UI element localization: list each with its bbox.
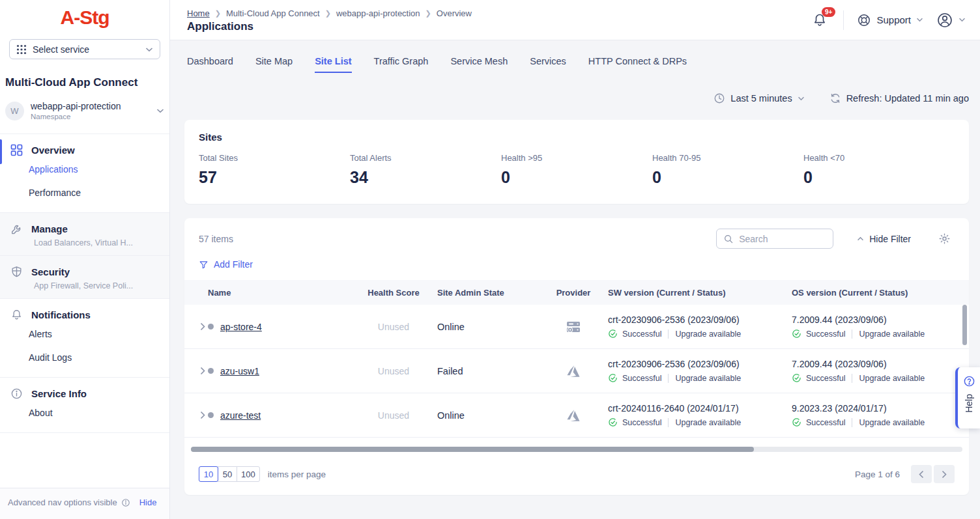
tab-services[interactable]: Services xyxy=(530,56,566,73)
brand-logo-text: A-Stg xyxy=(54,5,116,30)
add-filter-button[interactable]: Add Filter xyxy=(199,259,969,270)
page-size-100-button[interactable]: 100 xyxy=(237,466,260,482)
sidebar-item-applications[interactable]: Applications xyxy=(0,158,169,181)
sidebar-item-notifications[interactable]: Notifications xyxy=(0,307,169,322)
table-row: azu-usw1 Unused Failed crt-20230906-2536… xyxy=(184,349,969,393)
site-name-link[interactable]: azu-usw1 xyxy=(220,366,259,376)
tab-site-map[interactable]: Site Map xyxy=(255,56,293,73)
chevron-right-icon xyxy=(942,470,947,479)
vertical-scrollbar-thumb[interactable] xyxy=(962,305,967,345)
page-title: Applications xyxy=(187,20,472,33)
nav-section-overview: Overview Applications Performance xyxy=(0,134,169,213)
page-size-10-button[interactable]: 10 xyxy=(199,466,218,482)
items-count: 57 items xyxy=(199,234,716,244)
status-divider xyxy=(668,418,669,427)
column-sw-version[interactable]: SW version (Current / Status) xyxy=(608,288,792,298)
column-provider[interactable]: Provider xyxy=(539,288,608,298)
sidebar: A-Stg Select service Multi-Cloud App Con… xyxy=(0,0,170,519)
refresh-button[interactable]: Refresh: Updated 11 min ago xyxy=(829,92,969,104)
stat-value: 0 xyxy=(652,168,803,187)
brand-logo[interactable]: A-Stg xyxy=(0,0,169,36)
column-site-admin-state[interactable]: Site Admin State xyxy=(437,288,539,298)
chevron-down-icon xyxy=(145,47,153,52)
site-name-link[interactable]: azure-test xyxy=(220,410,261,421)
horizontal-scrollbar[interactable] xyxy=(191,447,962,452)
expand-row-icon[interactable] xyxy=(200,322,205,331)
stat-health-gt95: Health >95 0 xyxy=(501,153,652,187)
select-service-dropdown[interactable]: Select service xyxy=(9,39,160,59)
health-score-value: Unused xyxy=(378,410,409,421)
sw-version-value: crt-20240116-2640 (2024/01/17) xyxy=(608,403,792,414)
expand-row-icon[interactable] xyxy=(200,367,205,375)
os-upgrade-note: Upgrade available xyxy=(859,330,925,339)
expand-row-icon[interactable] xyxy=(200,411,205,419)
sidebar-item-security[interactable]: Security xyxy=(0,264,169,279)
header-divider xyxy=(843,10,844,30)
help-tab[interactable]: Help xyxy=(955,367,980,428)
search-icon xyxy=(723,234,734,244)
support-menu[interactable]: Support xyxy=(857,13,923,27)
search-input[interactable] xyxy=(739,234,817,244)
status-divider xyxy=(852,418,852,427)
chevron-left-icon xyxy=(919,470,924,479)
info-icon xyxy=(10,387,23,400)
hide-advanced-nav-link[interactable]: Hide xyxy=(139,498,157,507)
tab-site-list[interactable]: Site List xyxy=(315,56,351,73)
sidebar-item-alerts[interactable]: Alerts xyxy=(0,322,169,346)
sidebar-item-manage[interactable]: Manage xyxy=(0,221,169,236)
page-tabs: Dashboard Site Map Site List Traffic Gra… xyxy=(184,40,969,73)
breadcrumb-separator-icon: ❯ xyxy=(325,9,331,18)
site-status-dot xyxy=(208,368,214,374)
support-label: Support xyxy=(876,14,911,25)
table-settings-button[interactable] xyxy=(938,232,951,245)
notifications-bell-button[interactable]: 9+ xyxy=(809,10,830,31)
namespace-selector[interactable]: W webapp-api-protection Namespace xyxy=(5,101,164,120)
sidebar-item-label: Security xyxy=(31,266,70,277)
top-header: Home ❯ Multi-Cloud App Connect ❯ webapp-… xyxy=(170,0,980,40)
stat-value: 0 xyxy=(803,168,955,187)
chevron-down-icon xyxy=(916,18,923,22)
clock-icon xyxy=(713,92,725,104)
sidebar-item-performance[interactable]: Performance xyxy=(0,181,169,204)
sidebar-item-overview[interactable]: Overview xyxy=(0,143,169,158)
tab-service-mesh[interactable]: Service Mesh xyxy=(450,56,508,73)
os-version-value: 7.2009.44 (2023/09/06) xyxy=(792,359,969,369)
add-filter-label: Add Filter xyxy=(214,259,253,270)
sidebar-item-about[interactable]: About xyxy=(0,401,169,425)
nav-section-service-info: Service Info About xyxy=(0,378,169,433)
horizontal-scrollbar-thumb[interactable] xyxy=(191,447,754,452)
tab-traffic-graph[interactable]: Traffic Graph xyxy=(374,56,429,73)
previous-page-button[interactable] xyxy=(911,465,932,483)
sidebar-item-audit-logs[interactable]: Audit Logs xyxy=(0,346,169,369)
sidebar-item-service-info[interactable]: Service Info xyxy=(0,386,169,401)
os-upgrade-note: Upgrade available xyxy=(859,374,925,383)
site-name-link[interactable]: ap-store-4 xyxy=(220,322,262,332)
stat-value: 0 xyxy=(501,168,652,187)
time-range-label: Last 5 minutes xyxy=(730,93,792,104)
next-page-button[interactable] xyxy=(934,465,955,483)
user-menu[interactable] xyxy=(936,12,966,29)
time-range-selector[interactable]: Last 5 minutes xyxy=(713,92,804,104)
stat-label: Health 70-95 xyxy=(652,153,803,163)
breadcrumb-level2[interactable]: webapp-api-protection xyxy=(336,8,420,18)
column-os-version[interactable]: OS version (Current / Status) xyxy=(792,288,969,298)
column-name[interactable]: Name xyxy=(208,288,350,298)
user-avatar-icon xyxy=(936,12,953,29)
stat-health-lt70: Health <70 0 xyxy=(803,153,955,187)
nav-section-security: Security App Firewall, Service Poli... xyxy=(0,256,169,299)
site-list-table-card: 57 items Hide Filter xyxy=(184,218,969,495)
breadcrumb-home[interactable]: Home xyxy=(187,8,210,18)
hide-filter-button[interactable]: Hide Filter xyxy=(857,234,911,244)
breadcrumb-level1[interactable]: Multi-Cloud App Connect xyxy=(226,8,320,18)
azure-icon xyxy=(566,365,581,378)
column-health-score[interactable]: Health Score xyxy=(350,288,437,298)
sw-status: Successful xyxy=(622,418,661,427)
search-box[interactable] xyxy=(716,229,833,249)
tab-dashboard[interactable]: Dashboard xyxy=(187,56,233,73)
sw-version-value: crt-20230906-2536 (2023/09/06) xyxy=(608,359,792,369)
page-size-50-button[interactable]: 50 xyxy=(218,466,237,482)
tab-http-connect-drps[interactable]: HTTP Connect & DRPs xyxy=(588,56,687,73)
stat-total-alerts: Total Alerts 34 xyxy=(350,153,501,187)
stat-total-sites: Total Sites 57 xyxy=(199,153,350,187)
sites-card-title: Sites xyxy=(199,132,955,143)
